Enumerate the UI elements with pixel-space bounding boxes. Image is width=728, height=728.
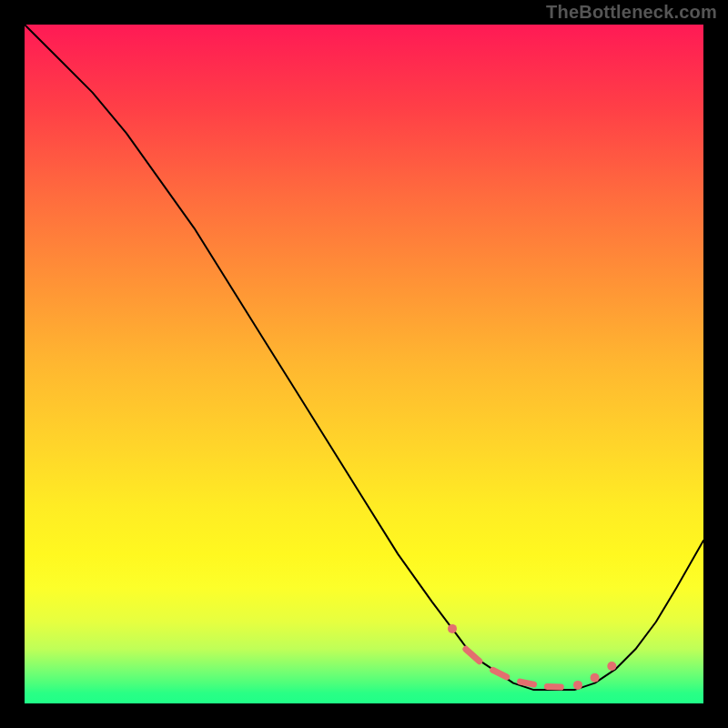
curve-markers: [448, 624, 616, 690]
marker-dot: [607, 662, 616, 671]
curve-layer: [25, 25, 703, 703]
marker-dot: [591, 673, 600, 682]
marker-dash: [493, 670, 507, 677]
marker-dash: [547, 686, 561, 687]
bottleneck-curve: [25, 25, 703, 690]
marker-dot: [448, 624, 457, 633]
plot-area: [25, 25, 703, 703]
watermark-label: TheBottleneck.com: [546, 2, 717, 23]
marker-dash: [466, 649, 480, 661]
marker-dash: [521, 682, 534, 684]
marker-dot: [573, 681, 582, 690]
chart-frame: TheBottleneck.com: [0, 0, 728, 728]
